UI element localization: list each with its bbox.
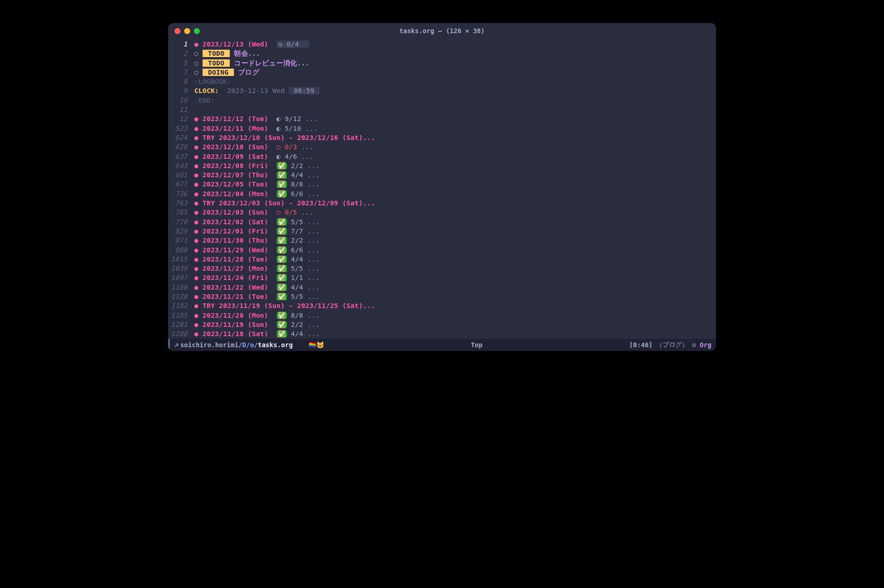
line-number: 643 (171, 161, 190, 170)
line-number: 736 (171, 189, 190, 198)
modeline-task: （ブログ） (656, 341, 688, 349)
line-number: 1015 (171, 255, 190, 264)
editor-line[interactable]: 1039 ● 2023/11/27 (Mon) ✅ 5/5 ... (168, 264, 716, 273)
line-number: 888 (171, 245, 190, 255)
line-content: ● 2023/12/09 (Sat) ◐ 4/6 ... (190, 152, 314, 161)
line-number: 677 (171, 180, 190, 189)
editor-line[interactable]: 11 (168, 105, 716, 114)
editor-line[interactable]: 677 ● 2023/12/05 (Tue) ✅ 8/8 ... (168, 180, 716, 189)
line-number: 523 (171, 124, 190, 133)
line-content: ● 2023/11/18 (Sat) ✅ 4/4 ... (190, 329, 320, 338)
editor-content[interactable]: 1 ● 2023/12/13 (Wed) ◎ 0/4 2 ○ TODO 朝会..… (168, 39, 716, 339)
editor-line[interactable]: 763 ● TRY 2023/12/03 (Sun) - 2023/12/09 … (168, 198, 716, 208)
editor-line[interactable]: 770 ● 2023/12/02 (Sat) ✅ 5/5 ... (168, 217, 716, 227)
terminal-window: tasks.org — (126 × 38) 1 ● 2023/12/13 (W… (168, 23, 716, 351)
window-title: tasks.org — (126 × 38) (399, 27, 484, 35)
editor-line[interactable]: 12 ● 2023/12/12 (Tue) ◐ 9/12 ... (168, 114, 716, 123)
line-content: ● 2023/11/24 (Fri) ✅ 1/1 ... (190, 273, 320, 282)
line-number: 637 (171, 152, 190, 161)
editor-line[interactable]: 765 ● 2023/12/03 (Sun) ○ 0/5 ... (168, 208, 716, 217)
editor-line[interactable]: 9 CLOCK: 2023-12-13 Wed 06:59 (168, 86, 716, 95)
line-number: 1 (171, 40, 190, 49)
editor-line[interactable]: 871 ● 2023/11/30 (Thu) ✅ 2/2 ... (168, 236, 716, 245)
line-number: 1039 (171, 264, 190, 273)
line-content: ● 2023/12/04 (Mon) ✅ 6/6 ... (190, 189, 320, 198)
modeline-position: Top (324, 341, 629, 349)
line-number: 763 (171, 198, 190, 208)
editor-line[interactable]: 643 ● 2023/12/08 (Fri) ✅ 2/2 ... (168, 161, 716, 170)
editor-line[interactable]: 626 ● 2023/12/10 (Sun) ○ 0/3 ... (168, 142, 716, 151)
line-number: 1281 (171, 320, 190, 329)
titlebar[interactable]: tasks.org — (126 × 38) (168, 23, 716, 39)
line-content: ● TRY 2023/11/19 (Sun) - 2023/11/25 (Sat… (190, 301, 375, 310)
line-number: 1288 (171, 329, 190, 338)
editor-line[interactable]: 1108 ● 2023/11/22 (Wed) ✅ 4/4 ... (168, 283, 716, 292)
minimize-button[interactable] (184, 28, 190, 34)
line-number: 1108 (171, 283, 190, 292)
line-content: :LOGBOOK: (190, 77, 231, 86)
line-content: ● 2023/12/07 (Thu) ✅ 4/4 ... (190, 170, 320, 180)
editor-line[interactable]: 1182 ● TRY 2023/11/19 (Sun) - 2023/11/25… (168, 301, 716, 310)
editor-line[interactable]: 7 ○ DOING ブログ (168, 68, 716, 77)
line-content: ● TRY 2023/12/10 (Sun) - 2023/12/16 (Sat… (190, 133, 375, 142)
close-button[interactable] (174, 28, 180, 34)
line-content (190, 105, 194, 114)
line-content: ● 2023/12/11 (Mon) ◐ 5/10 ... (190, 124, 318, 133)
editor-line[interactable]: 523 ● 2023/12/11 (Mon) ◐ 5/10 ... (168, 124, 716, 133)
editor-line[interactable]: 624 ● TRY 2023/12/10 (Sun) - 2023/12/16 … (168, 133, 716, 142)
line-number: 5 (171, 58, 190, 68)
line-content: ● 2023/11/21 (Tue) ✅ 5/5 ... (190, 292, 320, 301)
line-number: 9 (171, 86, 190, 95)
editor-line[interactable]: 5 ○ TODO コードレビュー消化... (168, 58, 716, 68)
line-content: ● 2023/11/29 (Wed) ✅ 6/6 ... (190, 245, 320, 255)
modeline: ☭ soichiro.horimi/D/o/tasks.org 🏳️‍🌈🐱 To… (168, 339, 716, 351)
line-number: 8 (171, 77, 190, 86)
editor-line[interactable]: 888 ● 2023/11/29 (Wed) ✅ 6/6 ... (168, 245, 716, 255)
line-number: 7 (171, 68, 190, 77)
line-number: 770 (171, 217, 190, 227)
line-content: ● 2023/11/22 (Wed) ✅ 4/4 ... (190, 283, 320, 292)
modeline-clock: [0:46] (629, 341, 653, 349)
line-number: 1182 (171, 301, 190, 310)
line-content: ● 2023/11/27 (Mon) ✅ 5/5 ... (190, 264, 320, 273)
line-number: 12 (171, 114, 190, 123)
maximize-button[interactable] (194, 28, 200, 34)
major-mode: Org (700, 341, 711, 349)
line-content: ● 2023/12/02 (Sat) ✅ 5/5 ... (190, 217, 320, 227)
modeline-right: [0:46] （ブログ） ⚙ Org (629, 341, 711, 349)
gear-icon[interactable]: ⚙ (692, 341, 696, 349)
line-content: ● 2023/11/20 (Mon) ✅ 8/8 ... (190, 311, 320, 320)
editor-line[interactable]: 1097 ● 2023/11/24 (Fri) ✅ 1/1 ... (168, 273, 716, 282)
line-number: 2 (171, 49, 190, 58)
editor-line[interactable]: 8 :LOGBOOK: (168, 77, 716, 86)
line-number: 1185 (171, 311, 190, 320)
line-content: ● 2023/11/28 (Tue) ✅ 4/4 ... (190, 255, 320, 264)
line-content: ● 2023/12/12 (Tue) ◐ 9/12 ... (190, 114, 318, 123)
editor-line[interactable]: 1015 ● 2023/11/28 (Tue) ✅ 4/4 ... (168, 255, 716, 264)
editor-line[interactable]: 1281 ● 2023/11/19 (Sun) ✅ 2/2 ... (168, 320, 716, 329)
editor-line[interactable]: 1288 ● 2023/11/18 (Sat) ✅ 4/4 ... (168, 329, 716, 338)
line-number: 11 (171, 105, 190, 114)
line-content: ● TRY 2023/12/03 (Sun) - 2023/12/09 (Sat… (190, 198, 375, 208)
editor-line[interactable]: 736 ● 2023/12/04 (Mon) ✅ 6/6 ... (168, 189, 716, 198)
editor-line[interactable]: 2 ○ TODO 朝会... (168, 49, 716, 58)
line-content: ● 2023/12/10 (Sun) ○ 0/3 ... (190, 142, 314, 151)
line-content: ● 2023/12/01 (Fri) ✅ 7/7 ... (190, 227, 320, 236)
editor-line[interactable]: 1128 ● 2023/11/21 (Tue) ✅ 5/5 ... (168, 292, 716, 301)
line-content: ● 2023/12/08 (Fri) ✅ 2/2 ... (190, 161, 320, 170)
line-content: ● 2023/11/30 (Thu) ✅ 2/2 ... (190, 236, 320, 245)
modeline-left: ☭ soichiro.horimi/D/o/tasks.org 🏳️‍🌈🐱 (174, 341, 324, 349)
line-content: ○ DOING ブログ (190, 68, 259, 77)
editor-line[interactable]: 1 ● 2023/12/13 (Wed) ◎ 0/4 (168, 40, 716, 49)
line-content: ● 2023/12/05 (Tue) ✅ 8/8 ... (190, 180, 320, 189)
editor-line[interactable]: 829 ● 2023/12/01 (Fri) ✅ 7/7 ... (168, 227, 716, 236)
line-number: 871 (171, 236, 190, 245)
editor-line[interactable]: 10 :END: (168, 96, 716, 105)
editor-line[interactable]: 1185 ● 2023/11/20 (Mon) ✅ 8/8 ... (168, 311, 716, 320)
line-content: CLOCK: 2023-12-13 Wed 06:59 (190, 86, 320, 95)
line-number: 624 (171, 133, 190, 142)
editor-line[interactable]: 637 ● 2023/12/09 (Sat) ◐ 4/6 ... (168, 152, 716, 161)
line-content: ● 2023/12/03 (Sun) ○ 0/5 ... (190, 208, 314, 217)
line-number: 1097 (171, 273, 190, 282)
editor-line[interactable]: 661 ● 2023/12/07 (Thu) ✅ 4/4 ... (168, 170, 716, 180)
